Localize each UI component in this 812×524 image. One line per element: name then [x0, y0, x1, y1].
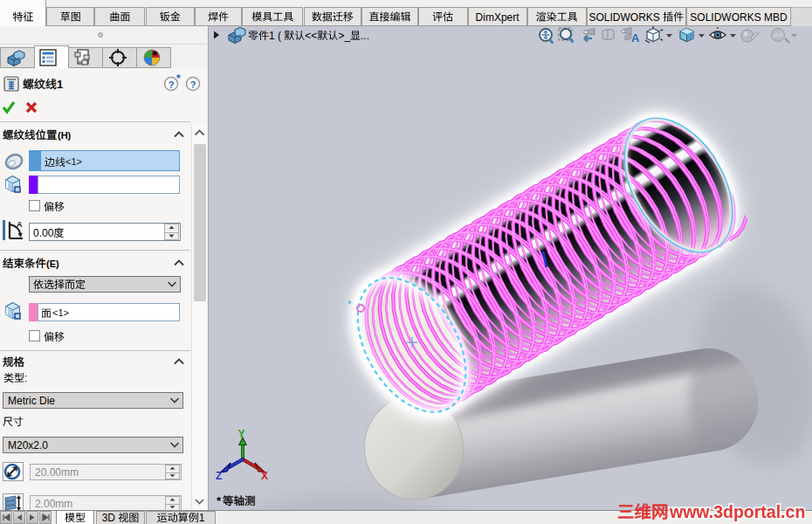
- svg-text:3D: 3D: [102, 512, 116, 524]
- svg-text:>_: >_: [338, 30, 350, 42]
- svg-text:*: *: [217, 494, 222, 507]
- svg-text:0.00: 0.00: [33, 227, 54, 239]
- svg-text:<1>: <1>: [52, 307, 69, 318]
- svg-text:DimXpert: DimXpert: [476, 11, 520, 24]
- svg-text:A: A: [17, 220, 23, 229]
- svg-text:20.00mm: 20.00mm: [35, 466, 79, 479]
- svg-text:*: *: [176, 72, 181, 85]
- svg-text:(E): (E): [46, 259, 59, 269]
- svg-text:Metric Die: Metric Die: [8, 395, 55, 407]
- svg-text:<1>: <1>: [65, 156, 82, 167]
- svg-text:SOLIDWORKS: SOLIDWORKS: [589, 11, 660, 24]
- svg-text:Y: Y: [238, 428, 245, 440]
- svg-text:1: 1: [199, 512, 205, 524]
- svg-text:1 (: 1 (: [269, 30, 281, 42]
- svg-text:2.00mm: 2.00mm: [35, 498, 72, 510]
- svg-text:?: ?: [169, 79, 175, 90]
- svg-text:...: ...: [361, 30, 369, 42]
- svg-text:A: A: [631, 31, 640, 45]
- svg-text:SOLIDWORKS MBD: SOLIDWORKS MBD: [690, 11, 788, 24]
- svg-text::: :: [24, 372, 27, 384]
- svg-text:www.3dportal.cn: www.3dportal.cn: [669, 502, 805, 521]
- svg-text:?: ?: [190, 79, 196, 90]
- svg-text:1: 1: [57, 78, 63, 91]
- svg-text:M20x2.0: M20x2.0: [8, 439, 48, 452]
- svg-text:X: X: [261, 470, 268, 482]
- svg-text:<<: <<: [305, 30, 317, 42]
- svg-text:(H): (H): [58, 130, 72, 141]
- svg-text:Z: Z: [216, 470, 222, 482]
- svg-text:*: *: [348, 299, 352, 309]
